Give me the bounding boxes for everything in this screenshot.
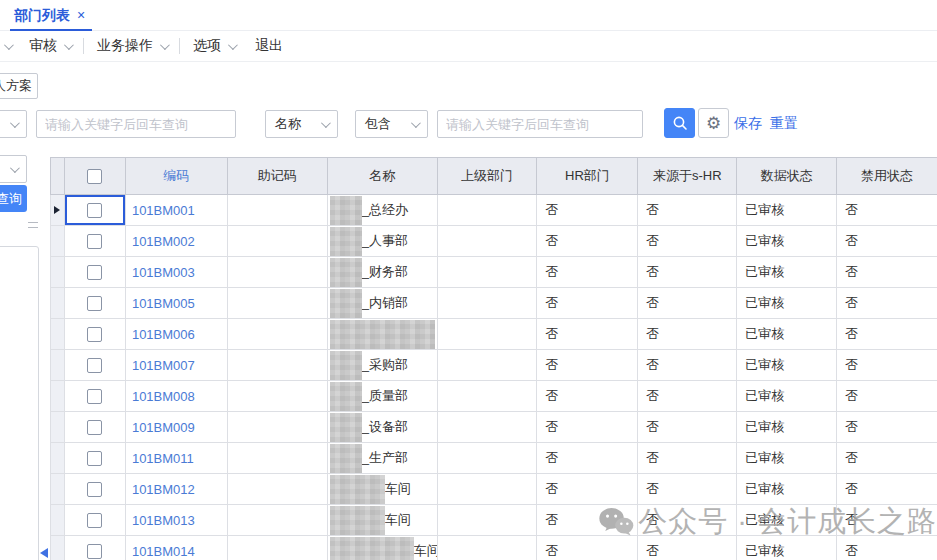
row-checkbox[interactable] (87, 451, 102, 466)
cell-parent-dept (438, 257, 538, 288)
name-redaction (330, 506, 385, 535)
code-link[interactable]: 101BM011 (132, 451, 194, 466)
name-text: 车间 (385, 511, 411, 529)
menu-item-options[interactable]: 选项 (193, 37, 235, 55)
query-button[interactable]: 查询 (0, 185, 27, 212)
tab-department-list[interactable]: 部门列表 × (10, 0, 89, 30)
search-icon (672, 115, 688, 131)
row-checkbox-cell[interactable] (65, 412, 126, 443)
cell-data-status: 已审核 (737, 226, 837, 257)
header-parent-dept[interactable]: 上级部门 (438, 158, 538, 195)
row-checkbox[interactable] (87, 358, 102, 373)
code-link[interactable]: 101BM002 (132, 234, 195, 249)
header-indicator-cell (51, 158, 65, 195)
cell-mnemonic (228, 195, 328, 226)
row-checkbox-cell[interactable] (65, 195, 126, 226)
keyword-input[interactable] (36, 110, 236, 138)
row-checkbox[interactable] (87, 420, 102, 435)
name-text: 车间 (414, 542, 438, 560)
code-link[interactable]: 101BM005 (132, 296, 195, 311)
panel-grip-icon[interactable] (28, 222, 38, 228)
row-checkbox[interactable] (87, 513, 102, 528)
tab-bar: 部门列表 × (0, 0, 937, 31)
operator-select[interactable]: 包含 (355, 110, 428, 138)
code-link[interactable]: 101BM008 (132, 389, 195, 404)
menu-item-business-ops[interactable]: 业务操作 (97, 37, 167, 55)
cell-disabled-status: 否 (837, 350, 937, 381)
row-checkbox[interactable] (87, 296, 102, 311)
row-checkbox[interactable] (87, 389, 102, 404)
row-checkbox[interactable] (87, 234, 102, 249)
cell-parent-dept (438, 505, 538, 536)
scheme-button[interactable]: 人方案 (0, 73, 38, 99)
code-link[interactable]: 101BM009 (132, 420, 195, 435)
row-checkbox-cell[interactable] (65, 226, 126, 257)
row-checkbox-cell[interactable] (65, 536, 126, 560)
query-button-label: 查询 (0, 190, 22, 208)
header-source[interactable]: 来源于s-HR (638, 158, 737, 195)
row-checkbox[interactable] (87, 265, 102, 280)
cell-data-status: 已审核 (737, 195, 837, 226)
reset-link[interactable]: 重置 (770, 115, 798, 133)
row-checkbox-cell[interactable] (65, 443, 126, 474)
cell-source: 否 (638, 195, 737, 226)
row-checkbox[interactable] (87, 203, 102, 218)
row-checkbox[interactable] (87, 544, 102, 559)
settings-button[interactable]: ⚙ (698, 108, 729, 138)
tree-filter-select[interactable] (0, 155, 27, 183)
field-select[interactable]: 名称 (265, 110, 338, 138)
header-code[interactable]: 编码 (126, 158, 228, 195)
keyword-input-2[interactable] (437, 110, 643, 138)
code-link[interactable]: 101BM013 (132, 513, 195, 528)
menu-item-exit[interactable]: 退出 (255, 37, 283, 55)
name-text: _内销部 (362, 294, 408, 312)
row-checkbox-cell[interactable] (65, 288, 126, 319)
tab-close-icon[interactable]: × (77, 8, 85, 22)
menu-item-audit[interactable]: 审核 (29, 37, 71, 55)
code-link[interactable]: 101BM012 (132, 482, 195, 497)
cell-parent-dept (438, 350, 538, 381)
cell-mnemonic (228, 474, 328, 505)
cell-mnemonic (228, 350, 328, 381)
header-data-status[interactable]: 数据状态 (737, 158, 837, 195)
collapse-panel-icon[interactable] (40, 548, 48, 558)
code-link[interactable]: 101BM003 (132, 265, 195, 280)
chevron-down-icon[interactable] (4, 40, 14, 50)
row-checkbox-cell[interactable] (65, 319, 126, 350)
row-checkbox-cell[interactable] (65, 350, 126, 381)
code-link[interactable]: 101BM006 (132, 327, 195, 342)
menu-label: 审核 (29, 37, 57, 55)
cell-name: _生产部 (328, 443, 438, 474)
code-link[interactable]: 101BM007 (132, 358, 195, 373)
row-indicator-cell (51, 443, 65, 474)
cell-mnemonic (228, 257, 328, 288)
select-all-checkbox[interactable] (87, 169, 102, 184)
name-redaction (330, 196, 362, 225)
code-link[interactable]: 101BM001 (132, 203, 195, 218)
search-button[interactable] (664, 108, 695, 138)
cell-disabled-status: 否 (837, 226, 937, 257)
header-checkbox-cell[interactable] (65, 158, 126, 195)
cell-data-status: 已审核 (737, 350, 837, 381)
code-link[interactable]: 101BM014 (132, 544, 195, 559)
header-name[interactable]: 名称 (328, 158, 438, 195)
save-link[interactable]: 保存 (734, 115, 762, 133)
header-hr-dept[interactable]: HR部门 (537, 158, 638, 195)
cell-source: 否 (638, 443, 737, 474)
menu-divider (83, 38, 84, 54)
table-row: 101BM005 _内销部 否 否 已审核 否 (50, 288, 937, 319)
row-checkbox[interactable] (87, 482, 102, 497)
cell-hr-dept: 否 (537, 226, 638, 257)
row-checkbox-cell[interactable] (65, 505, 126, 536)
row-checkbox-cell[interactable] (65, 474, 126, 505)
row-checkbox-cell[interactable] (65, 381, 126, 412)
row-checkbox[interactable] (87, 327, 102, 342)
header-mnemonic[interactable]: 助记码 (228, 158, 328, 195)
cell-code: 101BM008 (126, 381, 228, 412)
cell-name: _财务部 (328, 257, 438, 288)
header-disabled-status[interactable]: 禁用状态 (837, 158, 937, 195)
cell-disabled-status: 否 (837, 319, 937, 350)
row-checkbox-cell[interactable] (65, 257, 126, 288)
cell-hr-dept: 否 (537, 443, 638, 474)
scheme-select[interactable] (0, 110, 27, 138)
